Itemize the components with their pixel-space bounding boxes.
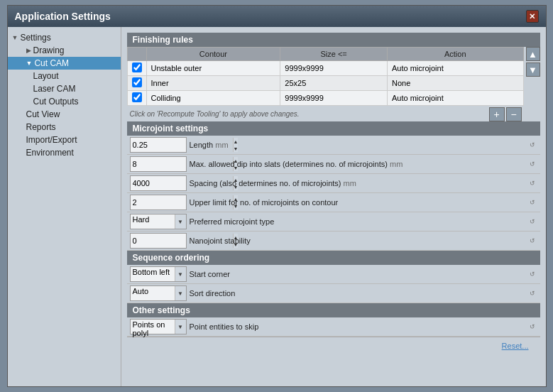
maxdip-spin[interactable]: ▲ ▼ (130, 156, 187, 172)
sidebar-item-label-cut-outputs: Cut Outputs (33, 97, 79, 107)
spacing-label: Spacing (also determines no. of microjoi… (190, 179, 525, 187)
pointskip-dropdown[interactable]: Points on polyl ▼ (130, 319, 187, 334)
pointskip-value: Points on polyl (131, 320, 175, 334)
col-contour: Contour (146, 48, 280, 61)
sortdir-dropdown[interactable]: Auto ▼ (130, 285, 187, 301)
row2-action: None (387, 76, 523, 91)
spacing-spin[interactable]: ▲ ▼ (130, 175, 187, 191)
sidebar-item-cut-cam[interactable]: ▼ Cut CAM (8, 57, 121, 70)
table-row: Inner 25x25 None (127, 76, 523, 91)
upperlimit-spin[interactable]: ▲ ▼ (130, 195, 187, 210)
maxdip-label: Max. allowed dip into slats (determines … (190, 160, 525, 168)
startcorner-reset[interactable]: ↺ (527, 269, 537, 279)
sidebar-item-label-import-export: Import/Export (26, 135, 77, 145)
preftype-reset[interactable]: ↺ (527, 217, 537, 227)
close-button[interactable]: ✕ (526, 10, 539, 23)
row3-contour: Colliding (146, 91, 280, 106)
setting-row-nanojoint: ▲ ▼ Nanojoint stability ↺ (127, 232, 540, 251)
microjoint-header: Microjoint settings (127, 121, 540, 136)
length-spin[interactable]: ▲ ▼ (130, 137, 187, 153)
microjoint-settings-section: Microjoint settings ▲ ▼ Length mm ↺ (127, 121, 540, 251)
tree-arrow-cut-cam: ▼ (26, 60, 33, 67)
footer: Reset... (127, 337, 540, 354)
dialog-title-text: Application Settings (15, 11, 111, 22)
table-row: Unstable outer 9999x9999 Auto microjoint (127, 61, 523, 76)
startcorner-dropdown[interactable]: Bottom left ▼ (130, 266, 187, 282)
col-action: Action (387, 48, 523, 61)
col-check (127, 48, 146, 61)
row2-checkbox[interactable] (132, 77, 142, 87)
move-down-button[interactable]: ▼ (526, 62, 540, 77)
finishing-rules-header: Finishing rules (127, 33, 540, 47)
nanojoint-label: Nanojoint stability (190, 236, 525, 245)
row1-action: Auto microjoint (387, 61, 523, 76)
other-settings-section: Other settings Points on polyl ▼ Point e… (127, 303, 540, 337)
sidebar-item-import-export[interactable]: Import/Export (8, 134, 121, 146)
finishing-rules-table: Contour Size <= Action Unstable outer 99… (127, 47, 524, 106)
preftype-arrow[interactable]: ▼ (175, 214, 186, 229)
sidebar-item-cut-view[interactable]: Cut View (8, 108, 121, 121)
pointskip-reset[interactable]: ↺ (527, 322, 537, 332)
main-content: Finishing rules Contour Size <= Action (121, 27, 546, 386)
startcorner-label: Start corner (190, 270, 525, 278)
sidebar-item-laser-cam[interactable]: Laser CAM (8, 82, 121, 95)
upperlimit-reset[interactable]: ↺ (527, 197, 537, 207)
row3-action: Auto microjoint (387, 91, 523, 106)
sidebar-item-environment[interactable]: Environment (8, 146, 121, 159)
finishing-rules-section: Finishing rules Contour Size <= Action (127, 33, 540, 121)
sortdir-reset[interactable]: ↺ (527, 288, 537, 298)
sidebar-item-label-reports: Reports (26, 122, 56, 132)
sequence-ordering-title: Sequence ordering (133, 253, 210, 263)
remove-rule-button[interactable]: − (506, 107, 522, 121)
sidebar-item-cut-outputs[interactable]: Cut Outputs (8, 95, 121, 108)
preftype-dropdown[interactable]: Hard ▼ (130, 214, 187, 229)
preftype-value: Hard (131, 214, 175, 229)
length-reset[interactable]: ↺ (527, 140, 537, 150)
setting-row-spacing: ▲ ▼ Spacing (also determines no. of micr… (127, 174, 540, 193)
sidebar-item-label-settings: Settings (20, 33, 50, 43)
application-settings-dialog: Application Settings ✕ ▼ Settings ▶ Draw… (7, 5, 547, 387)
setting-row-pointskip: Points on polyl ▼ Point entities to skip… (127, 317, 540, 337)
length-label: Length mm (190, 141, 525, 149)
dialog-title-bar: Application Settings ✕ (8, 6, 546, 27)
setting-row-preftype: Hard ▼ Preferred microjoint type ↺ (127, 212, 540, 232)
sidebar-item-layout[interactable]: Layout (8, 70, 121, 82)
sortdir-value: Auto (131, 286, 175, 300)
sidebar: ▼ Settings ▶ Drawing ▼ Cut CAM Layout La… (8, 27, 121, 386)
microjoint-title: Microjoint settings (133, 124, 209, 134)
pointskip-label: Point entities to skip (190, 322, 525, 331)
setting-row-sortdir: Auto ▼ Sort direction ↺ (127, 284, 540, 303)
maxdip-reset[interactable]: ↺ (527, 159, 537, 169)
sidebar-item-reports[interactable]: Reports (8, 121, 121, 134)
sidebar-item-label-cut-cam: Cut CAM (34, 58, 69, 68)
nanojoint-reset[interactable]: ↺ (527, 236, 537, 246)
reset-link[interactable]: Reset... (496, 339, 535, 352)
sidebar-item-label-cut-view: Cut View (26, 109, 60, 119)
row1-checkbox[interactable] (132, 62, 142, 72)
tree-arrow-drawing: ▶ (26, 47, 31, 54)
dialog-body: ▼ Settings ▶ Drawing ▼ Cut CAM Layout La… (8, 27, 546, 386)
sidebar-item-settings[interactable]: ▼ Settings (8, 31, 121, 44)
setting-row-maxdip: ▲ ▼ Max. allowed dip into slats (determi… (127, 155, 540, 174)
col-size: Size <= (280, 48, 388, 61)
move-up-button[interactable]: ▲ (526, 47, 540, 61)
tree-arrow-settings: ▼ (12, 34, 18, 41)
finishing-rules-title: Finishing rules (133, 35, 193, 45)
row3-size: 9999x9999 (280, 91, 388, 106)
spacing-reset[interactable]: ↺ (527, 178, 537, 188)
other-settings-header: Other settings (127, 303, 540, 317)
sidebar-item-drawing[interactable]: ▶ Drawing (8, 44, 121, 57)
sequence-ordering-section: Sequence ordering Bottom left ▼ Start co… (127, 251, 540, 303)
sidebar-item-label-layout: Layout (33, 71, 59, 81)
startcorner-arrow[interactable]: ▼ (175, 267, 186, 281)
table-row: Colliding 9999x9999 Auto microjoint (127, 91, 523, 106)
sortdir-label: Sort direction (190, 289, 525, 298)
nanojoint-spin[interactable]: ▲ ▼ (130, 233, 187, 249)
pointskip-arrow[interactable]: ▼ (175, 320, 186, 334)
setting-row-length: ▲ ▼ Length mm ↺ (127, 136, 540, 155)
sidebar-item-label-drawing: Drawing (33, 45, 65, 55)
add-rule-button[interactable]: + (489, 107, 505, 121)
row3-checkbox[interactable] (132, 92, 142, 102)
row2-contour: Inner (146, 76, 280, 91)
sortdir-arrow[interactable]: ▼ (175, 286, 186, 300)
